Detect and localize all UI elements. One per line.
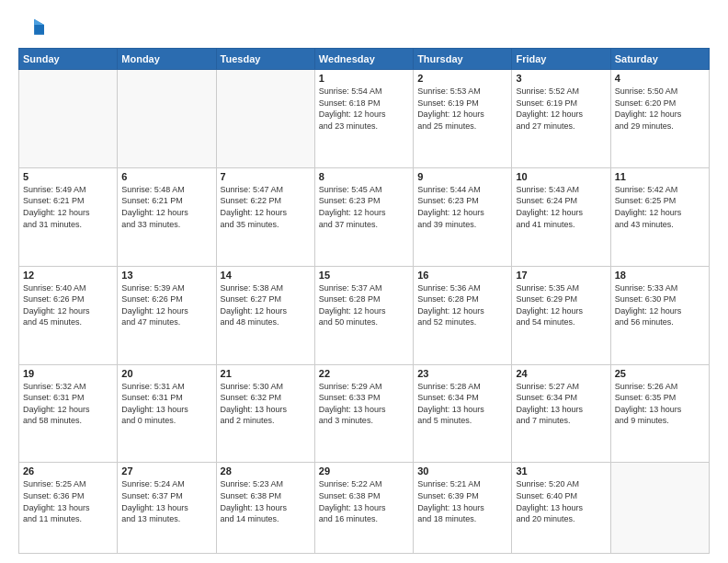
header xyxy=(18,15,710,40)
day-info: Sunrise: 5:52 AM Sunset: 6:19 PM Dayligh… xyxy=(516,86,606,132)
day-info: Sunrise: 5:50 AM Sunset: 6:20 PM Dayligh… xyxy=(615,86,705,132)
calendar-cell: 25Sunrise: 5:26 AM Sunset: 6:35 PM Dayli… xyxy=(610,364,709,463)
day-info: Sunrise: 5:54 AM Sunset: 6:18 PM Dayligh… xyxy=(319,86,409,132)
calendar-week-2: 5Sunrise: 5:49 AM Sunset: 6:21 PM Daylig… xyxy=(19,167,710,266)
day-number: 19 xyxy=(23,368,113,379)
day-info: Sunrise: 5:43 AM Sunset: 6:24 PM Dayligh… xyxy=(516,184,606,230)
calendar-week-5: 26Sunrise: 5:25 AM Sunset: 6:36 PM Dayli… xyxy=(19,463,710,554)
calendar-cell: 11Sunrise: 5:42 AM Sunset: 6:25 PM Dayli… xyxy=(610,167,709,266)
day-info: Sunrise: 5:49 AM Sunset: 6:21 PM Dayligh… xyxy=(23,184,113,230)
day-info: Sunrise: 5:24 AM Sunset: 6:37 PM Dayligh… xyxy=(121,478,211,524)
day-info: Sunrise: 5:20 AM Sunset: 6:40 PM Dayligh… xyxy=(516,478,606,524)
day-number: 18 xyxy=(615,270,705,281)
calendar-cell: 5Sunrise: 5:49 AM Sunset: 6:21 PM Daylig… xyxy=(19,167,118,266)
calendar-cell: 7Sunrise: 5:47 AM Sunset: 6:22 PM Daylig… xyxy=(216,167,314,266)
day-number: 4 xyxy=(615,73,705,84)
day-info: Sunrise: 5:53 AM Sunset: 6:19 PM Dayligh… xyxy=(417,86,507,132)
weekday-header-thursday: Thursday xyxy=(414,49,512,70)
day-info: Sunrise: 5:45 AM Sunset: 6:23 PM Dayligh… xyxy=(319,184,409,230)
day-number: 25 xyxy=(615,368,705,379)
calendar-cell: 31Sunrise: 5:20 AM Sunset: 6:40 PM Dayli… xyxy=(512,463,610,554)
day-number: 21 xyxy=(221,368,311,379)
day-info: Sunrise: 5:23 AM Sunset: 6:38 PM Dayligh… xyxy=(221,478,311,524)
calendar-cell: 2Sunrise: 5:53 AM Sunset: 6:19 PM Daylig… xyxy=(414,70,512,168)
calendar-week-1: 1Sunrise: 5:54 AM Sunset: 6:18 PM Daylig… xyxy=(19,70,710,168)
day-info: Sunrise: 5:25 AM Sunset: 6:36 PM Dayligh… xyxy=(23,478,113,524)
calendar-cell: 27Sunrise: 5:24 AM Sunset: 6:37 PM Dayli… xyxy=(118,463,216,554)
day-info: Sunrise: 5:30 AM Sunset: 6:32 PM Dayligh… xyxy=(221,381,311,427)
day-info: Sunrise: 5:28 AM Sunset: 6:34 PM Dayligh… xyxy=(417,381,507,427)
calendar-cell: 20Sunrise: 5:31 AM Sunset: 6:31 PM Dayli… xyxy=(118,364,216,463)
calendar-cell: 9Sunrise: 5:44 AM Sunset: 6:23 PM Daylig… xyxy=(414,167,512,266)
weekday-header-saturday: Saturday xyxy=(610,49,709,70)
day-number: 15 xyxy=(319,270,409,281)
weekday-header-tuesday: Tuesday xyxy=(216,49,314,70)
calendar-table: SundayMondayTuesdayWednesdayThursdayFrid… xyxy=(18,48,710,554)
day-info: Sunrise: 5:44 AM Sunset: 6:23 PM Dayligh… xyxy=(417,184,507,230)
calendar-cell: 14Sunrise: 5:38 AM Sunset: 6:27 PM Dayli… xyxy=(216,266,314,364)
day-number: 6 xyxy=(121,171,211,182)
calendar-cell: 18Sunrise: 5:33 AM Sunset: 6:30 PM Dayli… xyxy=(610,266,709,364)
day-info: Sunrise: 5:33 AM Sunset: 6:30 PM Dayligh… xyxy=(615,282,705,328)
day-number: 26 xyxy=(23,465,113,477)
day-number: 23 xyxy=(417,368,507,379)
day-info: Sunrise: 5:48 AM Sunset: 6:21 PM Dayligh… xyxy=(121,184,211,230)
day-info: Sunrise: 5:47 AM Sunset: 6:22 PM Dayligh… xyxy=(221,184,311,230)
calendar-cell: 8Sunrise: 5:45 AM Sunset: 6:23 PM Daylig… xyxy=(314,167,413,266)
day-info: Sunrise: 5:21 AM Sunset: 6:39 PM Dayligh… xyxy=(417,478,507,524)
day-number: 28 xyxy=(221,465,311,477)
day-info: Sunrise: 5:26 AM Sunset: 6:35 PM Dayligh… xyxy=(615,381,705,427)
day-info: Sunrise: 5:36 AM Sunset: 6:28 PM Dayligh… xyxy=(417,282,507,328)
day-number: 27 xyxy=(121,465,211,477)
calendar-cell xyxy=(19,70,118,168)
day-number: 14 xyxy=(221,270,311,281)
calendar-cell: 6Sunrise: 5:48 AM Sunset: 6:21 PM Daylig… xyxy=(118,167,216,266)
day-number: 11 xyxy=(615,171,705,182)
day-number: 3 xyxy=(516,73,606,84)
day-number: 31 xyxy=(516,465,606,477)
calendar-cell: 22Sunrise: 5:29 AM Sunset: 6:33 PM Dayli… xyxy=(314,364,413,463)
page: SundayMondayTuesdayWednesdayThursdayFrid… xyxy=(0,0,728,563)
day-info: Sunrise: 5:40 AM Sunset: 6:26 PM Dayligh… xyxy=(23,282,113,328)
day-number: 20 xyxy=(121,368,211,379)
weekday-header-sunday: Sunday xyxy=(19,49,118,70)
calendar-week-3: 12Sunrise: 5:40 AM Sunset: 6:26 PM Dayli… xyxy=(19,266,710,364)
day-number: 1 xyxy=(319,73,409,84)
day-info: Sunrise: 5:37 AM Sunset: 6:28 PM Dayligh… xyxy=(319,282,409,328)
calendar-cell xyxy=(610,463,709,554)
day-info: Sunrise: 5:38 AM Sunset: 6:27 PM Dayligh… xyxy=(221,282,311,328)
calendar-cell: 4Sunrise: 5:50 AM Sunset: 6:20 PM Daylig… xyxy=(610,70,709,168)
day-info: Sunrise: 5:32 AM Sunset: 6:31 PM Dayligh… xyxy=(23,381,113,427)
calendar-cell: 21Sunrise: 5:30 AM Sunset: 6:32 PM Dayli… xyxy=(216,364,314,463)
weekday-header-friday: Friday xyxy=(512,49,610,70)
day-info: Sunrise: 5:42 AM Sunset: 6:25 PM Dayligh… xyxy=(615,184,705,230)
day-info: Sunrise: 5:27 AM Sunset: 6:34 PM Dayligh… xyxy=(516,381,606,427)
calendar-cell: 19Sunrise: 5:32 AM Sunset: 6:31 PM Dayli… xyxy=(19,364,118,463)
day-info: Sunrise: 5:35 AM Sunset: 6:29 PM Dayligh… xyxy=(516,282,606,328)
calendar-cell: 13Sunrise: 5:39 AM Sunset: 6:26 PM Dayli… xyxy=(118,266,216,364)
calendar-cell: 12Sunrise: 5:40 AM Sunset: 6:26 PM Dayli… xyxy=(19,266,118,364)
day-info: Sunrise: 5:39 AM Sunset: 6:26 PM Dayligh… xyxy=(121,282,211,328)
day-number: 30 xyxy=(417,465,507,477)
day-info: Sunrise: 5:22 AM Sunset: 6:38 PM Dayligh… xyxy=(319,478,409,524)
day-number: 16 xyxy=(417,270,507,281)
calendar-cell xyxy=(118,70,216,168)
day-number: 5 xyxy=(23,171,113,182)
calendar-cell xyxy=(216,70,314,168)
day-number: 2 xyxy=(417,73,507,84)
calendar-cell: 26Sunrise: 5:25 AM Sunset: 6:36 PM Dayli… xyxy=(19,463,118,554)
calendar-cell: 1Sunrise: 5:54 AM Sunset: 6:18 PM Daylig… xyxy=(314,70,413,168)
calendar-cell: 10Sunrise: 5:43 AM Sunset: 6:24 PM Dayli… xyxy=(512,167,610,266)
day-number: 8 xyxy=(319,171,409,182)
day-info: Sunrise: 5:29 AM Sunset: 6:33 PM Dayligh… xyxy=(319,381,409,427)
weekday-header-wednesday: Wednesday xyxy=(314,49,413,70)
day-number: 7 xyxy=(221,171,311,182)
calendar-cell: 29Sunrise: 5:22 AM Sunset: 6:38 PM Dayli… xyxy=(314,463,413,554)
calendar-cell: 23Sunrise: 5:28 AM Sunset: 6:34 PM Dayli… xyxy=(414,364,512,463)
day-number: 22 xyxy=(319,368,409,379)
calendar-week-4: 19Sunrise: 5:32 AM Sunset: 6:31 PM Dayli… xyxy=(19,364,710,463)
day-number: 24 xyxy=(516,368,606,379)
calendar-cell: 15Sunrise: 5:37 AM Sunset: 6:28 PM Dayli… xyxy=(314,266,413,364)
calendar-cell: 3Sunrise: 5:52 AM Sunset: 6:19 PM Daylig… xyxy=(512,70,610,168)
day-number: 9 xyxy=(417,171,507,182)
